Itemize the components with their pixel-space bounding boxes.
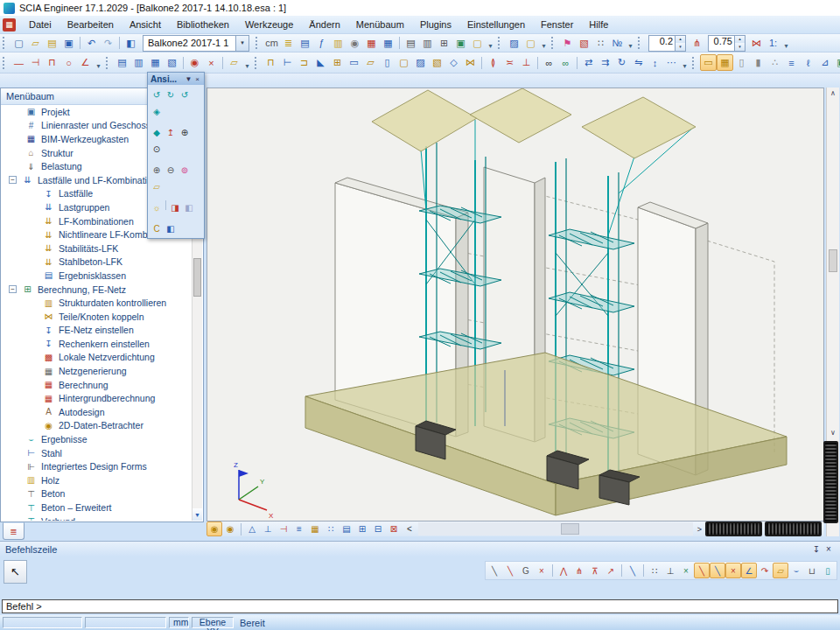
tree-item[interactable]: ⌣Ergebnisse [2, 432, 192, 446]
array-copy-icon[interactable]: ⋯ [663, 54, 680, 71]
truss-icon[interactable]: ◇ [445, 54, 462, 71]
paste-properties-icon[interactable]: ▤ [114, 54, 130, 71]
cursor-mode-4-icon[interactable]: ↗ [603, 563, 619, 578]
tree-item[interactable]: ⊩Integriertes Design Forms [2, 459, 192, 473]
menu-datei[interactable]: Datei [21, 18, 60, 32]
model-3d-viewport[interactable]: Z Y X [206, 88, 824, 522]
selection-arrow-button[interactable]: ↖ [4, 560, 27, 584]
snap-polygon-icon[interactable]: ▱ [773, 563, 788, 578]
new-project-icon[interactable]: ▢ [10, 35, 27, 52]
move-icon[interactable]: ⇄ [580, 54, 597, 71]
deformation-scale-icon[interactable]: ⋈ [748, 35, 765, 52]
spinner-down-icon[interactable]: ▾ [735, 43, 745, 51]
menu-bearbeiten[interactable]: Bearbeiten [60, 18, 122, 32]
plate-icon[interactable]: ▱ [362, 54, 379, 71]
snap-grid-icon[interactable]: G [518, 563, 534, 578]
storey-display-icon[interactable]: ≡ [291, 522, 307, 536]
zoom-out-icon[interactable]: ⊖ [164, 163, 178, 177]
tree-item[interactable]: ▦Netzgenerierung [2, 364, 192, 378]
tree-expander[interactable]: − [9, 285, 17, 293]
visibility-settings-icon[interactable]: ◨ [168, 200, 182, 214]
rotate-wheel-vertical[interactable] [823, 441, 838, 523]
status-units[interactable]: mm [169, 617, 189, 628]
menu-bibliotheken[interactable]: Bibliotheken [169, 18, 237, 32]
menu-ansicht[interactable]: Ansicht [122, 18, 169, 32]
toolbar-grip[interactable] [551, 37, 556, 49]
layers-icon[interactable]: ≣ [280, 35, 297, 52]
pin-icon[interactable]: ↧ [810, 544, 822, 554]
toolbar-grip[interactable] [692, 57, 697, 69]
snap-freepoint-icon[interactable]: ╲ [486, 563, 502, 578]
view-cube-icon[interactable]: ◈ [150, 104, 164, 118]
stretch-icon[interactable]: ↕ [647, 54, 663, 71]
rotate-wheel-horizontal-1[interactable] [705, 522, 762, 536]
rib-icon[interactable]: ⊐ [296, 54, 312, 71]
document-export-icon[interactable]: ▣ [452, 35, 469, 52]
copy-icon[interactable]: ⇉ [597, 54, 613, 71]
document-window-icon[interactable]: ▦ [3, 18, 16, 32]
horizontal-scroll-thumb[interactable] [561, 523, 579, 535]
calculation-sheet-icon[interactable]: ▦ [363, 35, 380, 52]
tree-item[interactable]: ↧Rechenkern einstellen [2, 337, 192, 351]
sidebar-scroll-thumb[interactable] [193, 258, 201, 297]
load-panel-icon[interactable]: ▨ [412, 54, 429, 71]
cursor-mode-2-icon[interactable]: ⋔ [571, 563, 587, 578]
mesh-display-icon[interactable]: ∷ [323, 522, 339, 536]
tree-item[interactable]: AAutodesign [2, 405, 192, 419]
toolbar-grip[interactable] [3, 37, 8, 49]
local-axes-icon[interactable]: ⊿ [816, 54, 833, 71]
save-icon[interactable]: ▣ [60, 35, 77, 52]
tree-item[interactable]: ▥Strukturdaten kontrollieren [2, 296, 192, 310]
draw-line-icon[interactable]: — [10, 54, 27, 71]
mesh-refinement-icon[interactable]: ⋔ [689, 35, 705, 52]
perspective-icon[interactable]: ◉ [206, 522, 222, 536]
connection-icon[interactable]: ⋈ [462, 54, 479, 71]
toolbar-grip[interactable] [498, 37, 503, 49]
toolbar-overflow-chevron-icon[interactable]: ▾ [626, 36, 635, 50]
redo-icon[interactable]: ↷ [100, 35, 116, 52]
spinner-up-icon[interactable]: ▴ [676, 36, 685, 44]
menu-hilfe[interactable]: Hilfe [581, 18, 616, 32]
tree-item[interactable]: ◉2D-Daten-Betrachter [2, 419, 192, 433]
tree-item[interactable]: ▩Lokale Netzverdichtung [2, 351, 192, 365]
snap-endpoint-icon[interactable]: ╲ [502, 563, 518, 578]
link-members-icon[interactable]: ≬ [485, 54, 501, 71]
tree-item[interactable]: ▦Hintergrundberechnung [2, 391, 192, 405]
visibility-icon[interactable]: ◉ [186, 54, 203, 71]
menubaum-tab[interactable]: ≣ [3, 522, 24, 540]
paste-all-icon[interactable]: ▧ [164, 54, 180, 71]
labels-display-icon[interactable]: ℓ [800, 54, 816, 71]
scroll-right-icon[interactable]: > [694, 522, 705, 536]
spinner-up-icon[interactable]: ▴ [735, 36, 745, 44]
display-ratio-spinner[interactable]: 0.75▴▾ [708, 35, 746, 52]
view-palette[interactable]: Ansi... ▼ × ↺↻↺◈◆↥⊕⊙⊕⊖⊚▱☼◨◧C◧ [147, 72, 205, 239]
snap-tangent-icon[interactable]: ↷ [757, 563, 773, 578]
haunch-icon[interactable]: ◣ [312, 54, 329, 71]
mesh-ball-icon[interactable]: ◉ [346, 35, 363, 52]
zoom-all-icon[interactable]: ⊕ [178, 125, 192, 139]
wall-icon[interactable]: ▯ [379, 54, 396, 71]
rendering-display-icon[interactable]: ▦ [717, 54, 733, 71]
menu-menuebaum[interactable]: Menübaum [348, 18, 412, 32]
horizontal-scrollbar[interactable] [418, 522, 693, 536]
measure-icon[interactable]: ⊔ [804, 563, 820, 578]
status-plane[interactable]: Ebene XY [192, 617, 234, 628]
shell-icon[interactable]: ▢ [396, 54, 412, 71]
open-folder-icon[interactable]: ▱ [226, 54, 242, 71]
toolbar-overflow-chevron-icon[interactable]: ▾ [781, 36, 791, 50]
toolbar-grip[interactable] [638, 37, 643, 49]
binoculars-active-icon[interactable]: ∞ [557, 54, 574, 71]
zoom-window-icon[interactable]: ⊚ [178, 163, 192, 177]
calculator-icon[interactable]: ⊞ [436, 35, 452, 52]
picture-gallery-icon[interactable]: ▧ [576, 35, 592, 52]
dimension-line-icon[interactable]: ⊣ [27, 54, 44, 71]
section-view-icon[interactable]: ◧ [182, 200, 196, 214]
support-icon[interactable]: ⊥ [518, 54, 535, 71]
snap-node-icon[interactable]: ╲ [710, 563, 725, 578]
sidebar-scroll-down-icon[interactable]: ▼ [192, 508, 202, 521]
menu-aendern[interactable]: Ändern [301, 18, 347, 32]
line-grid-snap-icon[interactable]: ⊥ [662, 563, 678, 578]
print-preview-icon[interactable]: ▥ [419, 35, 436, 52]
image-gallery-icon[interactable]: ▨ [506, 35, 522, 52]
cursor-tracking-icon[interactable]: ╲ [625, 563, 640, 578]
